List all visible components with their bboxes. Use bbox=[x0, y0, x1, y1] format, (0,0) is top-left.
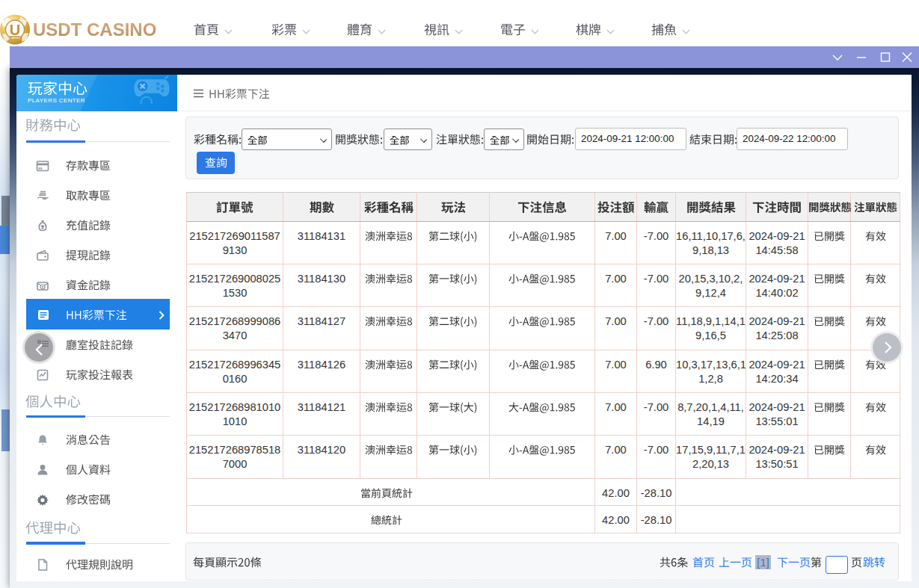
svg-text:CASINO: CASINO bbox=[10, 37, 20, 40]
svg-text:U: U bbox=[10, 22, 20, 38]
